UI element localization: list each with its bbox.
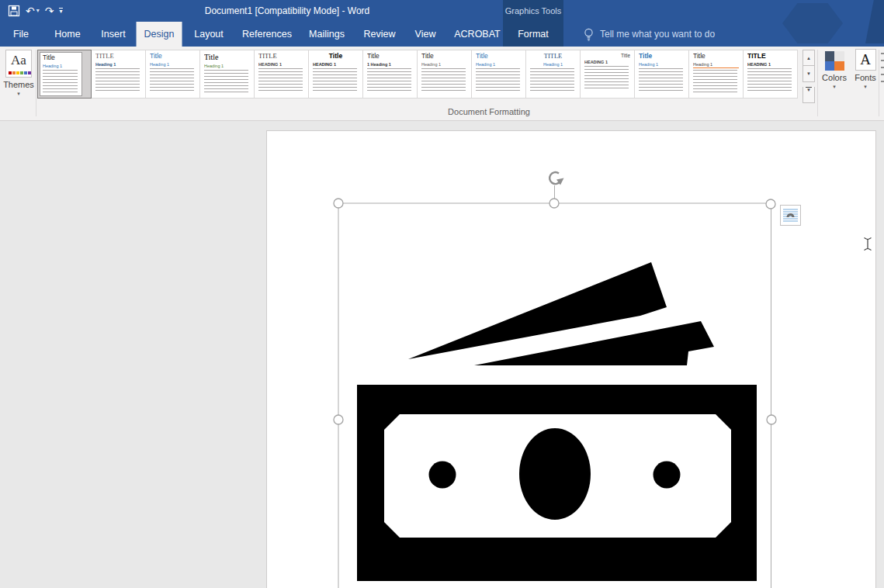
style-set-title-sample: TITLE bbox=[258, 53, 304, 61]
style-set-heading-sample: Heading 1 bbox=[95, 62, 141, 67]
style-set-heading-sample: HEADING 1 bbox=[747, 62, 793, 67]
style-set-heading-sample: 1 Heading 1 bbox=[367, 62, 413, 67]
style-set-body-lines bbox=[476, 68, 520, 92]
fonts-label: Fonts bbox=[851, 73, 880, 82]
style-set-title-sample: Title bbox=[43, 54, 79, 62]
style-set-body-lines bbox=[584, 66, 629, 89]
style-set-title-sample: TITLE bbox=[95, 53, 141, 61]
money-bills-clipart[interactable] bbox=[357, 262, 757, 581]
style-set-item-8[interactable]: TitleHeading 1 bbox=[418, 50, 472, 99]
style-set-item-11[interactable]: TitleHEADING 1 bbox=[581, 50, 635, 99]
theme-color-dots bbox=[9, 71, 31, 74]
undo-icon[interactable]: ↶ ▾ bbox=[26, 2, 40, 20]
ribbon: Aa Themes ▾ TitleHeading 1TITLEHeading 1… bbox=[0, 47, 884, 121]
selection-handle-top-right[interactable] bbox=[766, 199, 775, 209]
style-set-title-sample: Title bbox=[476, 53, 522, 61]
rotate-handle-icon[interactable] bbox=[549, 172, 563, 199]
style-set-title-sample: TITLE bbox=[747, 53, 793, 61]
style-set-title-sample: Title bbox=[367, 53, 413, 61]
style-set-item-9[interactable]: TitleHeading 1 bbox=[472, 50, 526, 99]
redo-icon[interactable]: ↷ bbox=[45, 2, 54, 20]
undo-glyph: ↶ bbox=[26, 2, 35, 20]
style-set-item-3[interactable]: TitleHeading 1 bbox=[146, 50, 200, 99]
style-set-title-sample: Title bbox=[150, 53, 196, 61]
text-ibeam-cursor bbox=[863, 237, 872, 254]
account-avatar-hexagon bbox=[782, 3, 843, 43]
style-set-item-2[interactable]: TITLEHeading 1 bbox=[92, 50, 146, 99]
scroll-down-icon[interactable]: ▼ bbox=[803, 66, 815, 82]
tab-acrobat[interactable]: ACROBAT bbox=[446, 22, 508, 47]
style-set-thumbnail: TitleHeading 1 bbox=[476, 53, 522, 95]
style-set-title-sample: Title bbox=[639, 53, 685, 61]
tab-insert[interactable]: Insert bbox=[93, 22, 133, 47]
color-swatch bbox=[834, 51, 844, 61]
chevron-down-icon: ▾ bbox=[2, 91, 36, 96]
style-set-thumbnail: TitleHeading 1 bbox=[693, 53, 739, 95]
gallery-more-icon[interactable]: ▼ bbox=[803, 87, 815, 103]
style-set-thumbnail: TitleHeading 1 bbox=[421, 53, 467, 95]
style-set-item-5[interactable]: TITLEHEADING 1 bbox=[255, 50, 309, 99]
chevron-down-icon[interactable]: ▾ bbox=[36, 2, 40, 20]
lightbulb-icon bbox=[584, 28, 594, 41]
selection-handle-top-center[interactable] bbox=[549, 199, 559, 208]
color-swatch bbox=[825, 51, 835, 61]
tab-view[interactable]: View bbox=[407, 22, 444, 47]
group-label: Document Formatting bbox=[264, 107, 714, 116]
style-set-body-lines bbox=[639, 68, 683, 92]
style-set-item-7[interactable]: Title1 Heading 1 bbox=[363, 50, 418, 99]
redo-glyph: ↷ bbox=[45, 2, 54, 20]
quick-access-toolbar: ↶ ▾ ↷ ▾ bbox=[8, 2, 63, 20]
style-set-item-6[interactable]: TitleHEADING 1 bbox=[309, 50, 363, 99]
tell-me-box[interactable]: Tell me what you want to do bbox=[584, 22, 715, 47]
tab-layout[interactable]: Layout bbox=[186, 22, 231, 47]
style-set-heading-sample: Heading 1 bbox=[639, 62, 685, 67]
style-set-heading-sample: Heading 1 bbox=[204, 64, 250, 68]
style-set-heading-sample: Heading 1 bbox=[476, 62, 522, 67]
fonts-button[interactable]: A Fonts ▾ bbox=[851, 49, 880, 89]
style-set-thumbnail: TITLEHeading 1 bbox=[95, 53, 141, 95]
style-set-body-lines bbox=[43, 70, 78, 93]
save-icon[interactable] bbox=[8, 5, 20, 17]
customize-quick-access-icon[interactable]: ▾ bbox=[59, 8, 62, 15]
style-set-thumbnail: TitleHeading 1 bbox=[639, 53, 685, 95]
tab-references[interactable]: References bbox=[234, 22, 300, 47]
style-set-item-12[interactable]: TitleHeading 1 bbox=[635, 50, 689, 99]
tab-home[interactable]: Home bbox=[47, 22, 88, 47]
style-set-thumbnail: TitleHeading 1 bbox=[204, 53, 250, 95]
tab-mailings[interactable]: Mailings bbox=[301, 22, 352, 47]
style-set-body-lines bbox=[367, 68, 411, 92]
document-page[interactable] bbox=[266, 130, 876, 588]
tab-design[interactable]: Design bbox=[137, 22, 182, 47]
tell-me-label: Tell me what you want to do bbox=[600, 29, 715, 40]
titlebar-corner-shape bbox=[865, 0, 884, 43]
style-set-body-lines bbox=[530, 68, 574, 92]
bill-right-dot bbox=[653, 462, 681, 489]
style-set-heading-sample: HEADING 1 bbox=[313, 62, 359, 67]
style-set-thumbnail: TITLEHEADING 1 bbox=[258, 53, 304, 95]
style-set-thumbnail: TitleHEADING 1 bbox=[584, 53, 630, 95]
style-set-thumbnail: TitleHeading 1 bbox=[150, 53, 196, 95]
selection-handle-middle-right[interactable] bbox=[767, 415, 776, 424]
title-bar: ↶ ▾ ↷ ▾ Document1 [Compatibility Mode] -… bbox=[0, 0, 884, 47]
style-set-thumbnail: TITLEHEADING 1 bbox=[747, 53, 793, 95]
themes-button[interactable]: Aa Themes ▾ bbox=[2, 49, 36, 102]
selection-handle-top-left[interactable] bbox=[334, 199, 343, 208]
tab-review[interactable]: Review bbox=[356, 22, 404, 47]
layout-options-button[interactable] bbox=[780, 205, 801, 226]
colors-button[interactable]: Colors ▾ bbox=[820, 49, 849, 89]
style-set-item-10[interactable]: TITLEHeading 1 bbox=[526, 50, 581, 99]
style-set-body-lines bbox=[693, 70, 737, 93]
style-set-item-13[interactable]: TitleHeading 1 bbox=[689, 50, 744, 99]
color-swatch bbox=[834, 61, 844, 71]
themes-icon: Aa bbox=[5, 50, 32, 78]
style-set-item-1-selected[interactable]: TitleHeading 1 bbox=[37, 50, 92, 99]
style-set-heading-sample: HEADING 1 bbox=[258, 62, 304, 67]
selection-handle-middle-left[interactable] bbox=[334, 415, 343, 424]
style-set-item-4[interactable]: TitleHeading 1 bbox=[200, 50, 255, 99]
tab-file[interactable]: File bbox=[5, 22, 36, 47]
tab-format[interactable]: Format bbox=[510, 22, 556, 47]
style-set-item-14[interactable]: TITLEHEADING 1 bbox=[744, 50, 798, 99]
style-set-title-sample: Title bbox=[204, 53, 250, 62]
scroll-up-icon[interactable]: ▲ bbox=[803, 50, 815, 66]
style-set-title-sample: Title bbox=[693, 53, 739, 61]
